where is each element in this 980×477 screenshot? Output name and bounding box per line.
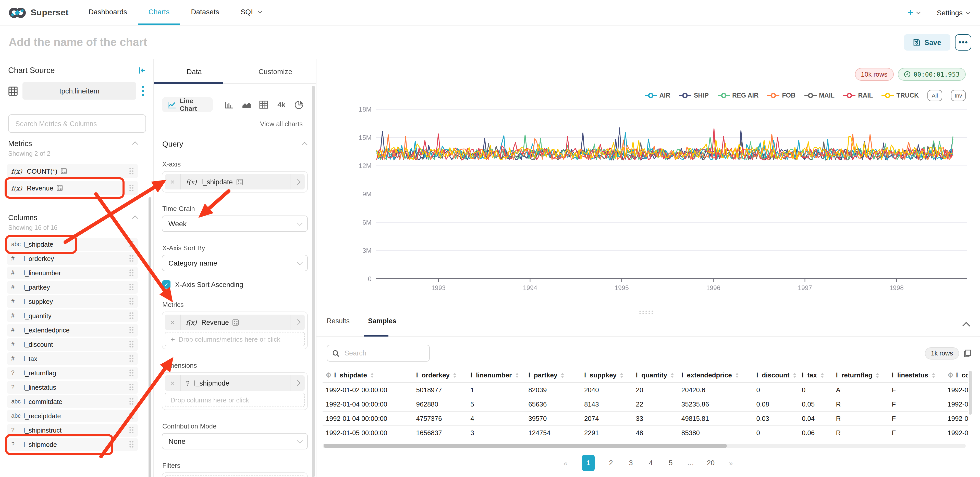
drag-handle-icon[interactable] <box>129 270 134 276</box>
left-panel-scrollbar[interactable] <box>148 197 151 477</box>
tab-results[interactable]: Results <box>327 317 350 332</box>
x-axis-sort-by-select[interactable]: Category name <box>162 255 308 271</box>
area-chart-icon[interactable] <box>238 101 255 108</box>
column-header-l_linestatus[interactable]: l_linestatus <box>889 369 945 383</box>
sort-arrows-icon[interactable] <box>561 373 564 378</box>
samples-search-input[interactable] <box>344 349 424 357</box>
sort-arrows-icon[interactable] <box>793 373 796 378</box>
column-item-l_partkey[interactable]: #l_partkey <box>7 281 138 294</box>
search-input[interactable] <box>14 119 140 128</box>
column-header-l_tax[interactable]: l_tax <box>799 369 833 383</box>
column-item-l_tax[interactable]: #l_tax <box>7 353 138 365</box>
expand-pill-icon[interactable] <box>290 314 305 330</box>
column-item-l_returnflag[interactable]: ?l_returnflag <box>7 367 138 379</box>
column-item-l_discount[interactable]: #l_discount <box>7 338 138 351</box>
row-count-badge[interactable]: 10k rows <box>855 68 894 81</box>
drag-handle-icon[interactable] <box>129 355 134 362</box>
sort-arrows-icon[interactable] <box>821 373 824 378</box>
legend-item-air[interactable]: AIR <box>645 92 670 99</box>
viz-type-line-chart[interactable]: Line Chart <box>162 97 213 112</box>
remove-icon[interactable]: × <box>165 375 181 391</box>
collapse-panel-icon[interactable] <box>138 67 146 74</box>
samples-search[interactable] <box>327 345 430 362</box>
sort-arrows-icon[interactable] <box>932 373 935 378</box>
legend-item-truck[interactable]: TRUCK <box>882 92 919 99</box>
column-item-l_orderkey[interactable]: #l_orderkey <box>7 252 138 265</box>
column-item-l_quantity[interactable]: #l_quantity <box>7 309 138 322</box>
chevron-up-icon[interactable] <box>132 215 138 222</box>
column-header-l_quantity[interactable]: l_quantity <box>633 369 678 383</box>
sort-ascending-checkbox[interactable]: ✓ <box>162 281 170 289</box>
dataset-options-kebab-icon[interactable] <box>141 85 145 97</box>
expand-pill-icon[interactable] <box>290 174 305 190</box>
metrics-columns-search[interactable] <box>8 115 146 133</box>
collapse-results-icon[interactable] <box>964 321 970 330</box>
dimensions-pill[interactable]: × ? l_shipmode <box>165 375 305 391</box>
column-item-l_shipinstruct[interactable]: ?l_shipinstruct <box>7 424 138 436</box>
column-header-l_discount[interactable]: l_discount <box>753 369 799 383</box>
column-item-l_linestatus[interactable]: ?l_linestatus <box>7 381 138 394</box>
contribution-mode-select[interactable]: None <box>162 433 308 450</box>
legend-all-button[interactable]: All <box>928 90 942 101</box>
superset-logo[interactable]: Superset <box>0 0 78 25</box>
dimensions-dropzone[interactable]: Drop columns here or click <box>165 393 305 407</box>
sort-arrows-icon[interactable] <box>876 373 879 378</box>
drag-handle-icon[interactable] <box>129 441 134 448</box>
drag-handle-icon[interactable] <box>129 384 134 391</box>
pagination-page-5[interactable]: 5 <box>667 459 674 467</box>
chevron-up-icon[interactable] <box>132 142 138 147</box>
sort-arrows-icon[interactable] <box>453 373 456 378</box>
pagination-page-3[interactable]: 3 <box>627 459 635 467</box>
query-duration-badge[interactable]: 00:00:01.953 <box>897 68 966 81</box>
column-item-l_extendedprice[interactable]: #l_extendedprice <box>7 324 138 336</box>
column-item-l_commitdate[interactable]: abcl_commitdate <box>7 395 138 408</box>
legend-item-ship[interactable]: SHIP <box>679 92 709 99</box>
column-header-l_shipdate[interactable]: ⚙l_shipdate <box>323 369 413 383</box>
table-hscroll-thumb[interactable] <box>324 444 727 448</box>
column-header-l_extendedprice[interactable]: l_extendedprice <box>678 369 753 383</box>
chevron-up-icon[interactable] <box>302 142 307 148</box>
tab-data[interactable]: Data <box>154 59 235 83</box>
column-item-l_shipdate[interactable]: abcl_shipdate <box>7 238 138 250</box>
metrics-pill[interactable]: × f(x) Revenue <box>165 314 305 330</box>
pagination-page-1[interactable]: 1 <box>582 455 595 471</box>
time-grain-select[interactable]: Week <box>162 215 308 232</box>
drag-handle-icon[interactable] <box>129 168 134 175</box>
expand-pill-icon[interactable] <box>290 375 305 391</box>
drag-handle-icon[interactable] <box>129 312 134 319</box>
remove-icon[interactable]: × <box>165 174 181 190</box>
drag-handle-icon[interactable] <box>129 427 134 434</box>
sort-arrows-icon[interactable] <box>620 373 623 378</box>
drag-handle-icon[interactable] <box>129 298 134 305</box>
table-vscroll-thumb[interactable] <box>969 371 972 415</box>
bar-chart-icon[interactable] <box>220 101 238 108</box>
drag-handle-icon[interactable] <box>129 241 134 248</box>
column-item-l_linenumber[interactable]: #l_linenumber <box>7 266 138 279</box>
metric-item-Revenue[interactable]: f(x)Revenue <box>7 181 138 195</box>
nav-item-datasets[interactable]: Datasets <box>180 0 230 25</box>
column-header-l_commit[interactable]: ⚙l_commit <box>945 369 968 383</box>
pagination-next[interactable]: » <box>727 459 735 467</box>
legend-item-fob[interactable]: FOB <box>767 92 795 99</box>
legend-inv-button[interactable]: Inv <box>951 90 966 101</box>
more-options-button[interactable]: ••• <box>955 34 971 50</box>
sort-arrows-icon[interactable] <box>671 373 674 378</box>
sort-arrows-icon[interactable] <box>515 373 518 378</box>
panel-resize-handle[interactable] <box>638 308 653 317</box>
filters-dropzone[interactable]: + Drop columns/metrics here or click <box>165 475 305 477</box>
metrics-dropzone[interactable]: + Drop columns/metrics here or click <box>165 332 305 346</box>
column-header-l_partkey[interactable]: l_partkey <box>525 369 581 383</box>
drag-handle-icon[interactable] <box>129 327 134 334</box>
nav-item-charts[interactable]: Charts <box>138 0 180 25</box>
chart-name-input[interactable]: Add the name of the chart <box>9 35 147 49</box>
column-item-l_receiptdate[interactable]: abcl_receiptdate <box>7 410 138 422</box>
gear-icon[interactable]: ⚙ <box>326 371 331 379</box>
x-axis-pill[interactable]: × f(x) l_shipdate <box>165 174 305 190</box>
column-header-l_linenumber[interactable]: l_linenumber <box>467 369 525 383</box>
pagination-page-4[interactable]: 4 <box>647 459 654 467</box>
gear-icon[interactable]: ⚙ <box>948 371 953 379</box>
legend-item-reg-air[interactable]: REG AIR <box>718 92 759 99</box>
column-header-l_returnflag[interactable]: l_returnflag <box>833 369 889 383</box>
column-item-l_shipmode[interactable]: ?l_shipmode <box>7 438 138 451</box>
save-button[interactable]: Save <box>904 34 950 50</box>
